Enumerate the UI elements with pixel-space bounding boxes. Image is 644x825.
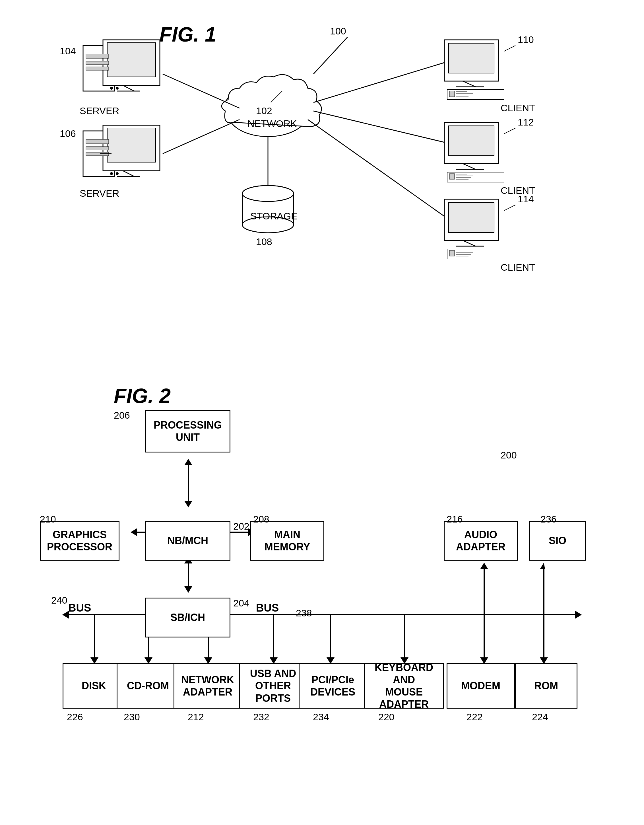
ref-236: 236 xyxy=(541,514,557,525)
usb-ports-box: USB AND OTHER PORTS xyxy=(239,663,307,709)
svg-rect-3 xyxy=(107,43,156,77)
fig1-container: FIG. 1 100 xyxy=(23,17,621,358)
svg-rect-35 xyxy=(444,40,498,81)
svg-rect-17 xyxy=(86,147,109,150)
pci-devices-box: PCI/PCIe DEVICES xyxy=(299,663,367,709)
ref-226: 226 xyxy=(67,711,83,723)
keyboard-adapter-box: KEYBOARD AND MOUSE ADAPTER xyxy=(364,663,444,709)
cd-rom-box: CD-ROM xyxy=(117,663,179,709)
svg-point-34 xyxy=(242,185,294,201)
svg-point-10 xyxy=(116,87,119,90)
svg-line-76 xyxy=(504,128,515,134)
ref-114: 114 xyxy=(518,193,534,205)
svg-marker-113 xyxy=(540,562,545,569)
svg-line-68 xyxy=(313,111,444,142)
svg-line-4 xyxy=(123,85,134,91)
storage-label: STORAGE xyxy=(250,210,297,222)
svg-line-66 xyxy=(163,119,239,154)
ref-100: 100 xyxy=(330,26,346,37)
client3-label: CLIENT xyxy=(501,262,535,273)
svg-marker-80 xyxy=(184,501,192,507)
server1-label: SERVER xyxy=(80,105,119,116)
svg-rect-59 xyxy=(447,249,504,259)
ref-110: 110 xyxy=(518,34,534,45)
processing-unit-box: PROCESSING UNIT xyxy=(145,410,230,453)
main-memory-box: MAIN MEMORY xyxy=(250,521,324,561)
sio-box: SIO xyxy=(529,521,586,561)
svg-marker-92 xyxy=(575,611,582,619)
ref-220: 220 xyxy=(378,711,394,723)
ref-240: 240 xyxy=(51,595,68,606)
svg-rect-50 xyxy=(450,174,454,179)
svg-line-14 xyxy=(123,171,134,176)
svg-marker-89 xyxy=(184,586,192,593)
ref-234: 234 xyxy=(313,711,329,723)
svg-marker-82 xyxy=(131,528,137,536)
svg-line-0 xyxy=(313,37,348,74)
page: FIG. 1 100 xyxy=(0,0,644,825)
svg-rect-13 xyxy=(107,128,156,162)
ref-202: 202 xyxy=(233,521,250,532)
ref-230: 230 xyxy=(124,711,140,723)
ref-232: 232 xyxy=(253,711,270,723)
svg-marker-111 xyxy=(480,562,488,569)
svg-rect-7 xyxy=(86,61,109,65)
svg-point-29 xyxy=(242,185,294,201)
modem-box: MODEM xyxy=(447,663,515,709)
nb-mch-box: NB/MCH xyxy=(145,521,230,561)
ref-112: 112 xyxy=(518,117,534,128)
ref-224: 224 xyxy=(532,711,548,723)
ref-106: 106 xyxy=(60,128,76,139)
fig2-container: FIG. 2 xyxy=(23,382,621,808)
svg-point-27 xyxy=(267,90,309,118)
svg-line-47 xyxy=(463,164,476,169)
svg-line-57 xyxy=(463,241,476,246)
svg-point-9 xyxy=(110,87,113,90)
svg-rect-46 xyxy=(448,126,494,156)
ref-200: 200 xyxy=(501,450,517,461)
fig2-svg xyxy=(23,382,621,808)
svg-line-73 xyxy=(271,91,282,102)
ref-104: 104 xyxy=(60,46,76,57)
svg-rect-6 xyxy=(86,54,109,58)
audio-adapter-box: AUDIO ADAPTER xyxy=(444,521,518,561)
svg-rect-36 xyxy=(448,43,494,73)
bus-238-label: BUS xyxy=(256,602,279,614)
svg-rect-16 xyxy=(86,139,109,144)
svg-point-20 xyxy=(116,172,119,175)
svg-rect-12 xyxy=(103,125,160,171)
fig1-title: FIG. 1 xyxy=(159,23,216,46)
svg-line-69 xyxy=(308,119,444,216)
svg-rect-1 xyxy=(83,46,114,91)
ref-102: 102 xyxy=(256,105,272,116)
svg-line-67 xyxy=(313,63,444,102)
svg-rect-39 xyxy=(447,90,504,100)
disk-box: DISK xyxy=(63,663,125,709)
svg-line-37 xyxy=(463,81,476,87)
svg-rect-8 xyxy=(86,67,109,70)
network-adapter-box: NETWORK ADAPTER xyxy=(174,663,242,709)
network-label: NETWORK xyxy=(248,118,297,129)
svg-marker-79 xyxy=(184,459,192,465)
svg-line-75 xyxy=(504,46,515,51)
fig2-title: FIG. 2 xyxy=(114,384,171,408)
ref-222: 222 xyxy=(467,711,483,723)
svg-marker-91 xyxy=(62,611,69,619)
ref-206: 206 xyxy=(114,410,130,421)
ref-208: 208 xyxy=(253,514,270,525)
ref-108: 108 xyxy=(256,236,272,247)
svg-rect-55 xyxy=(444,199,498,241)
svg-rect-56 xyxy=(448,202,494,232)
svg-line-65 xyxy=(163,74,239,108)
svg-rect-11 xyxy=(83,131,114,176)
ref-210: 210 xyxy=(40,514,56,525)
sb-ich-box: SB/ICH xyxy=(145,598,230,638)
svg-rect-2 xyxy=(103,40,160,85)
svg-point-19 xyxy=(110,172,113,175)
client1-label: CLIENT xyxy=(501,102,535,114)
svg-rect-60 xyxy=(450,250,454,256)
ref-238: 238 xyxy=(296,607,312,619)
ref-204: 204 xyxy=(233,598,250,609)
rom-box: ROM xyxy=(515,663,578,709)
svg-line-77 xyxy=(504,205,515,210)
